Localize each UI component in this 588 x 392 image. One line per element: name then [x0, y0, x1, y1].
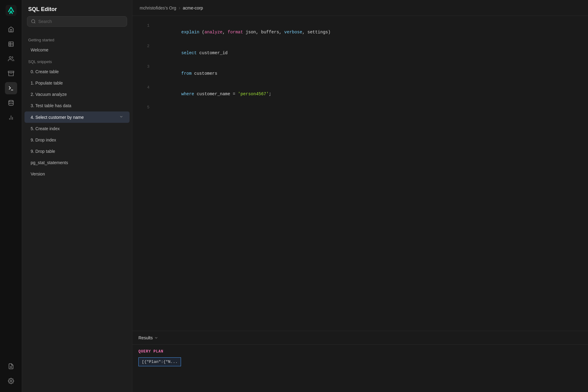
svg-rect-6	[8, 71, 13, 73]
svg-point-15	[10, 380, 12, 382]
left-panel-header: SQL Editor	[22, 0, 132, 16]
svg-point-16	[32, 20, 35, 23]
breadcrumb-org: mchristofides's Org	[140, 6, 176, 10]
nav-settings[interactable]	[5, 375, 17, 387]
query-plan-label: QUERY PLAN	[138, 349, 582, 354]
sidebar-item-test-table[interactable]: 3. Test table has data	[24, 100, 130, 111]
svg-rect-0	[6, 5, 17, 16]
icon-sidebar	[0, 0, 22, 392]
left-panel-content: Getting started Welcome SQL snippets 0. …	[22, 32, 132, 392]
sidebar-item-create-table[interactable]: 0. Create table	[24, 66, 130, 77]
results-header: Results	[132, 331, 588, 345]
nav-users[interactable]	[5, 53, 17, 65]
sidebar-item-create-index[interactable]: 5. Create index	[24, 123, 130, 134]
search-input[interactable]	[38, 19, 123, 24]
code-line-4: 4 where customer_name = 'person4567';	[132, 84, 588, 104]
query-result-cell[interactable]: [{"Plan":{"N...	[138, 357, 181, 366]
search-icon	[31, 19, 36, 24]
editor-area[interactable]: 1 explain (analyze, format json, buffers…	[132, 16, 588, 331]
sidebar-item-drop-index[interactable]: 9. Drop index	[24, 134, 130, 145]
breadcrumb-bar: mchristofides's Org › acme-corp	[132, 0, 588, 16]
chevron-down-icon	[154, 336, 158, 340]
app-title: SQL Editor	[28, 6, 57, 13]
code-container: 1 explain (analyze, format json, buffers…	[132, 16, 588, 331]
app-logo[interactable]	[6, 5, 17, 16]
nav-chart[interactable]	[5, 111, 17, 124]
sidebar-item-vacuum-analyze[interactable]: 2. Vacuum analyze	[24, 89, 130, 100]
nav-home[interactable]	[5, 23, 17, 36]
results-panel: Results QUERY PLAN [{"Plan":{"N...	[132, 331, 588, 392]
sidebar-item-populate-table[interactable]: 1. Populate table	[24, 77, 130, 89]
section-getting-started: Getting started	[22, 34, 132, 44]
sidebar-item-drop-table[interactable]: 9. Drop table	[24, 146, 130, 157]
code-line-1: 1 explain (analyze, format json, buffers…	[132, 22, 588, 43]
results-body: QUERY PLAN [{"Plan":{"N...	[132, 345, 588, 371]
sidebar-item-pg-stat[interactable]: pg_stat_statements	[24, 157, 130, 168]
code-line-2: 2 select customer_id	[132, 43, 588, 63]
section-sql-snippets: SQL snippets	[22, 56, 132, 66]
nav-table[interactable]	[5, 38, 17, 50]
chevron-down-icon	[119, 115, 123, 120]
results-tab[interactable]: Results	[138, 335, 158, 340]
code-line-5: 5	[132, 104, 588, 111]
sidebar-item-welcome[interactable]: Welcome	[24, 44, 130, 55]
svg-point-5	[9, 57, 11, 59]
svg-line-17	[34, 22, 35, 23]
main-area: mchristofides's Org › acme-corp 1 explai…	[132, 0, 588, 392]
sidebar-item-select-customer[interactable]: 4. Select customer by name	[24, 111, 130, 123]
nav-box[interactable]	[5, 67, 17, 80]
left-panel: SQL Editor Getting started Welcome SQL s…	[22, 0, 132, 392]
svg-rect-1	[9, 42, 13, 47]
sidebar-item-version[interactable]: Version	[24, 168, 130, 179]
nav-doc[interactable]	[5, 360, 17, 372]
breadcrumb-separator: ›	[179, 5, 180, 11]
svg-point-9	[9, 100, 13, 102]
search-bar[interactable]	[27, 16, 127, 27]
code-line-3: 3 from customers	[132, 63, 588, 84]
nav-database[interactable]	[5, 97, 17, 109]
breadcrumb-project: acme-corp	[183, 6, 203, 10]
nav-terminal[interactable]	[5, 82, 17, 94]
